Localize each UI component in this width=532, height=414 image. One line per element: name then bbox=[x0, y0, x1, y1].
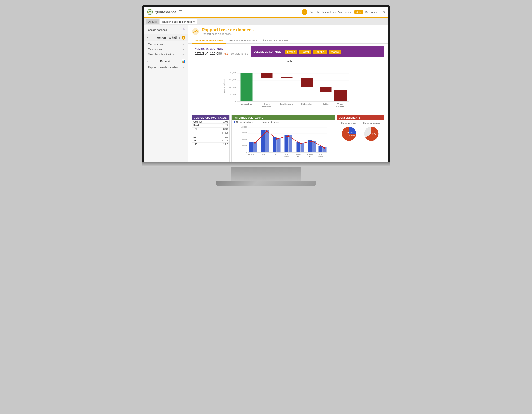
completude-box: COMPLETUDE MULTICANAL Courrier1.03Email4… bbox=[192, 115, 230, 162]
vol-btn-mobile[interactable]: Mobile bbox=[329, 50, 341, 54]
potentiel-chart: 0 30,000 60,000 90,000 120,000 bbox=[232, 124, 334, 162]
svg-text:tél: tél bbox=[309, 156, 311, 158]
svg-rect-25 bbox=[301, 78, 313, 87]
completude-cell-value: 0.33 bbox=[213, 127, 229, 131]
sidebar-action-header[interactable]: ▼ Action marketing bbox=[144, 34, 188, 41]
svg-text:180,000: 180,000 bbox=[229, 79, 236, 81]
chevron-icon: › bbox=[183, 48, 184, 51]
sidebar-item-plans[interactable]: Mes plans de sélection › bbox=[144, 52, 188, 57]
line-icon bbox=[257, 122, 262, 122]
sidebar-item-segments[interactable]: Mes segments › bbox=[144, 41, 188, 47]
svg-rect-27 bbox=[320, 87, 332, 92]
tab-rapport[interactable]: Rapport base de données ✕ bbox=[160, 19, 197, 24]
completude-row: 130.5 bbox=[192, 135, 229, 139]
svg-rect-52 bbox=[285, 135, 288, 152]
svg-text:exploitable: exploitable bbox=[336, 105, 345, 107]
svg-point-1 bbox=[148, 12, 149, 13]
contacts-label2: foyers bbox=[241, 53, 248, 55]
svg-text:65.4%: 65.4% bbox=[370, 133, 376, 135]
svg-point-73 bbox=[312, 141, 313, 142]
vol-btn-emails[interactable]: Emails bbox=[285, 50, 297, 54]
svg-rect-47 bbox=[265, 130, 269, 152]
rapport-icon: 📊 bbox=[181, 59, 185, 63]
report-tab-alimentation[interactable]: Alimentation de ma base bbox=[226, 38, 260, 44]
monitor-frame: Quintessence ☰ C Carinette Colson (Elle … bbox=[142, 5, 390, 162]
potentiel-svg: 0 30,000 60,000 90,000 120,000 bbox=[233, 125, 334, 161]
svg-rect-50 bbox=[277, 138, 281, 152]
completude-row: Tél0.33 bbox=[192, 127, 229, 131]
monitor-stand bbox=[142, 162, 390, 186]
completude-row: Email41.29 bbox=[192, 124, 229, 127]
svg-rect-44 bbox=[253, 142, 257, 152]
completude-cell-value: 17.76 bbox=[213, 139, 229, 143]
completude-cell-value: 41.29 bbox=[213, 124, 229, 127]
stats-section: NOMBRE DE CONTACTS 122,154 120,699 -4.97… bbox=[192, 46, 384, 57]
contacts-value2: 120,699 bbox=[210, 52, 222, 55]
tab-bar: Accueil Rapport base de données ✕ bbox=[144, 19, 388, 25]
svg-rect-18 bbox=[241, 73, 253, 101]
help-button[interactable]: Aide bbox=[354, 10, 363, 14]
completude-cell-label: Tél bbox=[192, 127, 213, 131]
svg-text:E-mail +: E-mail + bbox=[318, 154, 323, 156]
svg-text:courrier: courrier bbox=[284, 156, 289, 158]
consentements-title: CONSENTEMENTS bbox=[337, 116, 384, 120]
user-name: Carinette Colson (Elle et Vire France) bbox=[309, 11, 352, 13]
completude-table: Courrier1.03Email41.29Tél0.331214.53130.… bbox=[192, 120, 229, 146]
completude-row: 2317.76 bbox=[192, 139, 229, 143]
svg-text:240,000: 240,000 bbox=[229, 72, 236, 74]
settings-icon[interactable]: ⚙ bbox=[382, 10, 385, 14]
completude-cell-value: 22.7 bbox=[213, 143, 229, 146]
chevron-icon: › bbox=[183, 43, 184, 45]
svg-text:90,000: 90,000 bbox=[242, 132, 247, 134]
svg-text:Volume (millions): Volume (millions) bbox=[223, 79, 225, 93]
svg-point-70 bbox=[276, 138, 278, 140]
sidebar: Base de données 🗄 ▼ Action marketing bbox=[144, 25, 188, 162]
svg-text:Erreurs: Erreurs bbox=[264, 103, 270, 105]
svg-text:60,000: 60,000 bbox=[242, 138, 247, 140]
svg-text:courrier: courrier bbox=[318, 156, 323, 158]
tab-accueil[interactable]: Accueil bbox=[146, 19, 159, 24]
pie-partenaires-chart: 65.4% bbox=[363, 125, 380, 142]
svg-text:Déduplication: Déduplication bbox=[302, 103, 312, 105]
hamburger-icon[interactable]: ☰ bbox=[179, 10, 182, 15]
svg-text:49.3%: 49.3% bbox=[350, 134, 355, 136]
screen: Quintessence ☰ C Carinette Colson (Elle … bbox=[144, 7, 388, 162]
svg-text:Tél: Tél bbox=[274, 154, 276, 156]
completude-cell-label: 23 bbox=[192, 139, 213, 143]
completude-cell-label: Courrier bbox=[192, 120, 213, 124]
sidebar-section-rapport: ▼ Rapport 📊 Rapport base de données › bbox=[144, 57, 188, 70]
report-tab-volumetrie[interactable]: Volumétrie de ma base bbox=[192, 38, 226, 44]
sidebar-rapport-header[interactable]: ▼ Rapport 📊 bbox=[144, 57, 188, 65]
collapse-icon: ▼ bbox=[147, 37, 149, 39]
stand-foot bbox=[216, 181, 316, 186]
completude-title: COMPLETUDE MULTICANAL bbox=[192, 116, 229, 120]
content-area: Base de données 🗄 ▼ Action marketing bbox=[144, 25, 388, 162]
sidebar-db-header[interactable]: Base de données 🗄 bbox=[144, 26, 188, 34]
deconnexion-link[interactable]: Déconnexion bbox=[365, 11, 380, 13]
sidebar-item-rapport-db[interactable]: Rapport base de données › bbox=[144, 65, 188, 70]
stand-neck bbox=[230, 166, 302, 181]
potentiel-title: POTENTIEL MULTICANAL bbox=[232, 116, 334, 120]
svg-rect-57 bbox=[301, 143, 304, 152]
chevron-icon3: › bbox=[183, 66, 184, 69]
completude-cell-value: 14.53 bbox=[213, 131, 229, 135]
svg-rect-56 bbox=[296, 142, 300, 152]
tab-close-icon[interactable]: ✕ bbox=[193, 20, 195, 23]
sidebar-action-label: Action marketing bbox=[157, 36, 180, 39]
svg-text:0: 0 bbox=[235, 101, 236, 103]
sidebar-item-actions[interactable]: Mes actions › bbox=[144, 47, 188, 52]
completude-row: 1214.53 bbox=[192, 131, 229, 135]
svg-text:60,000: 60,000 bbox=[230, 93, 236, 95]
svg-text:120,000: 120,000 bbox=[229, 86, 236, 88]
contacts-numbers: 122,154 120,699 -4.97 contacts foyers bbox=[195, 51, 248, 56]
contacts-title: NOMBRE DE CONTACTS bbox=[195, 48, 248, 50]
report-title: Rapport base de données bbox=[202, 28, 254, 32]
top-nav: Quintessence ☰ C Carinette Colson (Elle … bbox=[144, 7, 388, 17]
svg-point-69 bbox=[266, 130, 268, 132]
svg-text:Volume: Volume bbox=[337, 103, 343, 105]
user-avatar: C bbox=[302, 9, 307, 15]
logo: Quintessence bbox=[147, 9, 176, 15]
report-tab-evolution[interactable]: Évolution de ma base bbox=[260, 38, 291, 44]
vol-btn-tel[interactable]: Tél. fixe bbox=[313, 50, 327, 54]
vol-btn-postal[interactable]: Postal bbox=[299, 50, 311, 54]
